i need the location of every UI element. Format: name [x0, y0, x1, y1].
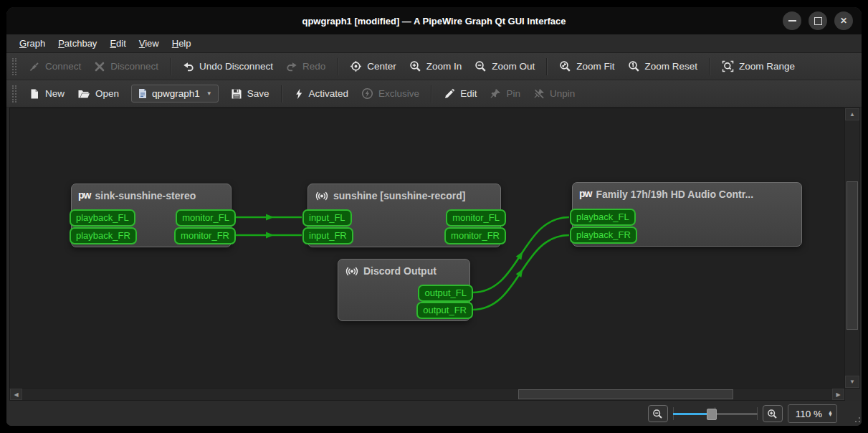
toolbar-separator — [281, 85, 282, 103]
disconnect-button[interactable]: Disconnect — [87, 57, 165, 77]
slider-handle[interactable] — [707, 409, 717, 420]
undo-disconnect-button[interactable]: Undo Disconnect — [176, 57, 280, 77]
spin-down-icon[interactable]: ▼ — [828, 414, 833, 417]
menu-patchbay[interactable]: Patchbay — [52, 36, 103, 51]
maximize-icon — [814, 17, 822, 25]
maximize-button[interactable] — [809, 11, 827, 30]
undo-icon — [183, 61, 194, 72]
window-title: qpwgraph1 [modified] — A PipeWire Graph … — [302, 16, 566, 27]
edit-pencil-icon — [444, 88, 455, 100]
connections-layer — [10, 108, 844, 388]
menu-edit[interactable]: Edit — [103, 36, 132, 51]
port-input[interactable]: playback_FL — [570, 209, 636, 226]
patchbay-selector[interactable]: qpwgraph1 ▼ — [131, 85, 219, 103]
node-title: sink-sunshine-stereo — [95, 190, 196, 201]
stream-icon — [315, 191, 329, 201]
zoom-reset-button[interactable]: Zoom Reset — [621, 56, 705, 77]
toolbar-separator — [709, 58, 710, 75]
title-bar[interactable]: qpwgraph1 [modified] — A PipeWire Graph … — [6, 7, 862, 34]
statusbar-zoom-in-button[interactable] — [763, 405, 783, 422]
application-window: qpwgraph1 [modified] — A PipeWire Graph … — [6, 7, 862, 426]
zoom-range-button[interactable]: Zoom Range — [715, 56, 801, 77]
toolbar-view: Connect Disconnect Undo Disconnect Redo — [6, 53, 862, 80]
statusbar-zoom-out-button[interactable] — [648, 405, 668, 422]
port-input[interactable]: playback_FR — [70, 227, 137, 244]
port-output[interactable]: output_FL — [418, 285, 473, 302]
edit-button[interactable]: Edit — [437, 84, 483, 104]
activated-button[interactable]: Activated — [287, 84, 356, 104]
zoom-slider[interactable] — [673, 406, 758, 422]
zoom-out-icon — [652, 409, 663, 419]
save-button[interactable]: Save — [224, 84, 276, 104]
toolbar-separator — [431, 85, 432, 103]
port-input[interactable]: playback_FL — [70, 209, 135, 227]
pin-button[interactable]: Pin — [483, 84, 527, 104]
menu-bar: Graph Patchbay Edit View Help — [6, 34, 862, 53]
node-discord-output[interactable]: Discord Output output_FL output_FR — [338, 259, 470, 321]
scroll-down-button[interactable]: ▼ — [845, 376, 859, 388]
center-button[interactable]: Center — [343, 56, 403, 77]
resize-grip[interactable] — [855, 421, 857, 422]
open-button[interactable]: Open — [71, 84, 125, 104]
connect-button[interactable]: Connect — [22, 57, 87, 77]
toolbar-separator — [170, 58, 171, 75]
zoom-percent-spinbox[interactable]: 110 % ▲ ▼ — [788, 404, 837, 423]
exclusive-button[interactable]: Exclusive — [355, 83, 426, 104]
menu-help[interactable]: Help — [166, 36, 198, 51]
zoom-in-icon — [767, 409, 778, 419]
scroll-down-icon: ▼ — [849, 379, 855, 385]
pin-icon — [490, 88, 501, 100]
toolbar-separator — [546, 58, 548, 75]
toolbar-drag-handle[interactable] — [12, 85, 16, 103]
menu-graph[interactable]: Graph — [13, 36, 52, 51]
redo-button[interactable]: Redo — [280, 57, 332, 77]
close-icon: ✕ — [840, 16, 847, 26]
exclusive-bolt-icon — [361, 87, 373, 100]
node-sink-sunshine-stereo[interactable]: pw sink-sunshine-stereo playback_FL play… — [71, 184, 232, 247]
connect-icon — [29, 61, 40, 72]
vertical-scrollbar[interactable]: ▲ ▼ — [844, 108, 860, 389]
menu-view[interactable]: View — [133, 36, 166, 51]
horizontal-scrollbar[interactable]: ◀ ▶ — [9, 388, 845, 401]
minimize-button[interactable] — [783, 11, 801, 30]
new-button[interactable]: New — [22, 84, 71, 104]
scroll-right-button[interactable]: ▶ — [832, 389, 844, 400]
port-output[interactable]: monitor_FL — [446, 209, 506, 227]
scroll-up-button[interactable]: ▲ — [845, 108, 859, 120]
zoom-out-icon — [474, 60, 487, 72]
port-output[interactable]: monitor_FR — [174, 227, 236, 244]
graph-viewport[interactable]: pw sink-sunshine-stereo playback_FL play… — [9, 108, 845, 389]
zoom-out-button[interactable]: Zoom Out — [468, 56, 541, 77]
scroll-left-button[interactable]: ◀ — [10, 389, 22, 400]
port-input[interactable]: input_FR — [302, 227, 353, 244]
node-sunshine-record[interactable]: sunshine [sunshine-record] input_FL inpu… — [307, 184, 501, 247]
port-input[interactable]: playback_FR — [570, 227, 637, 244]
zoom-range-icon — [722, 60, 734, 72]
port-output[interactable]: output_FR — [416, 302, 473, 319]
open-folder-icon — [77, 88, 90, 100]
horizontal-scroll-thumb[interactable] — [518, 389, 733, 399]
node-family-hd-audio[interactable]: pw Family 17h/19h HD Audio Contr... play… — [572, 182, 802, 247]
center-icon — [350, 60, 362, 72]
unpin-button[interactable]: Unpin — [527, 84, 581, 104]
zoom-fit-icon — [559, 60, 571, 72]
new-file-icon — [29, 88, 40, 100]
patchbay-file-icon — [138, 88, 148, 99]
zoom-fit-button[interactable]: Zoom Fit — [553, 56, 621, 77]
toolbar-drag-handle[interactable] — [12, 58, 16, 75]
stream-icon — [345, 266, 359, 277]
node-title: Discord Output — [363, 265, 437, 277]
port-output[interactable]: monitor_FL — [176, 209, 236, 227]
scroll-left-icon: ◀ — [14, 391, 18, 398]
toolbar-separator — [337, 58, 338, 75]
close-button[interactable]: ✕ — [834, 11, 853, 30]
node-title: sunshine [sunshine-record] — [333, 190, 465, 201]
disconnect-icon — [94, 61, 105, 72]
port-output[interactable]: monitor_FR — [444, 227, 506, 244]
toolbar-file: New Open qpwgraph1 ▼ Save Ac — [6, 80, 862, 108]
port-input[interactable]: input_FL — [302, 209, 352, 227]
vertical-scroll-thumb[interactable] — [846, 181, 858, 330]
zoom-in-button[interactable]: Zoom In — [403, 56, 469, 77]
slider-fill — [673, 413, 710, 415]
graph-canvas-area: pw sink-sunshine-stereo playback_FL play… — [6, 108, 862, 401]
